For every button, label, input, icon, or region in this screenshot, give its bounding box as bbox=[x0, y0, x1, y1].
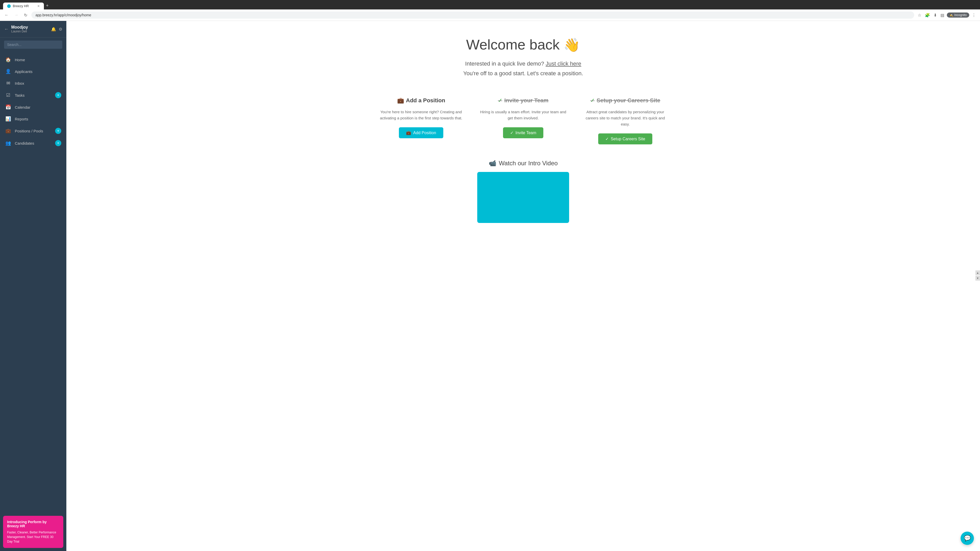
chat-icon: 💬 bbox=[964, 535, 971, 541]
inbox-icon: ✉ bbox=[5, 80, 11, 86]
card-invite-team-desc: Hiring is usually a team effort. Invite … bbox=[480, 109, 566, 121]
sidebar-item-reports[interactable]: 📊 Reports bbox=[0, 113, 66, 125]
sidebar-header: ← Moodjoy Lauren Dell 🔔 ⚙ bbox=[0, 21, 66, 38]
extensions-button[interactable]: 🧩 bbox=[924, 12, 931, 19]
sidebar-header-icons: 🔔 ⚙ bbox=[51, 27, 62, 32]
tasks-icon: ☑ bbox=[5, 92, 11, 98]
tab-close-button[interactable]: ✕ bbox=[37, 4, 40, 8]
video-section: 📹 Watch our Intro Video bbox=[66, 155, 980, 233]
welcome-subtitle: You're off to a good start. Let's create… bbox=[76, 70, 970, 77]
add-position-button[interactable]: 💼 Add Position bbox=[399, 127, 443, 138]
applicants-icon: 👤 bbox=[5, 68, 11, 74]
tasks-add-button[interactable]: + bbox=[55, 92, 61, 98]
card-add-position: 💼 Add a Position You're here to hire som… bbox=[378, 97, 465, 144]
forward-button[interactable]: → bbox=[13, 12, 20, 18]
invite-check-icon: ✓ bbox=[498, 97, 502, 103]
bookmark-button[interactable]: ☆ bbox=[917, 12, 922, 19]
download-button[interactable]: ⬇ bbox=[932, 12, 938, 19]
positions-icon: 💼 bbox=[5, 128, 11, 134]
calendar-icon: 📅 bbox=[5, 104, 11, 110]
video-camera-icon: 📹 bbox=[489, 160, 496, 167]
incognito-label: Incognito bbox=[954, 13, 967, 17]
nav-label-inbox: Inbox bbox=[15, 81, 61, 86]
cards-section: 💼 Add a Position You're here to hire som… bbox=[66, 87, 980, 155]
chat-bubble-button[interactable]: 💬 bbox=[961, 532, 974, 545]
back-button[interactable]: ← bbox=[3, 12, 10, 18]
demo-text: Interested in a quick live demo? Just cl… bbox=[76, 60, 970, 67]
address-bar[interactable] bbox=[32, 11, 914, 19]
briefcase-icon: 💼 bbox=[397, 97, 404, 104]
nav-label-tasks: Tasks bbox=[15, 93, 52, 97]
candidates-icon: 👥 bbox=[5, 140, 11, 146]
user-name: Lauren Dell bbox=[11, 30, 48, 33]
positions-add-button[interactable]: + bbox=[55, 128, 61, 134]
toolbar-icons: ☆ 🧩 ⬇ ▤ 🕵 Incognito ⋮ bbox=[917, 12, 977, 19]
home-icon: 🏠 bbox=[5, 57, 11, 62]
reload-button[interactable]: ↻ bbox=[22, 12, 29, 19]
main-content: Welcome back 👋 Interested in a quick liv… bbox=[66, 21, 980, 551]
card-setup-careers-desc: Attract great candidates by personalizin… bbox=[582, 109, 669, 127]
nav-label-applicants: Applicants bbox=[15, 69, 61, 74]
promo-title: Introducing Perform by Breezy HR bbox=[7, 520, 59, 528]
reports-icon: 📊 bbox=[5, 116, 11, 122]
notification-bell-icon[interactable]: 🔔 bbox=[51, 27, 56, 32]
new-tab-button[interactable]: + bbox=[44, 2, 51, 10]
add-position-btn-label: Add Position bbox=[413, 130, 436, 135]
sidebar: ← Moodjoy Lauren Dell 🔔 ⚙ 🏠 Home 👤 Appli… bbox=[0, 21, 66, 551]
search-input[interactable] bbox=[4, 41, 62, 49]
app-container: ← Moodjoy Lauren Dell 🔔 ⚙ 🏠 Home 👤 Appli… bbox=[0, 21, 980, 551]
card-invite-team-title: ✓ Invite your Team bbox=[480, 97, 566, 104]
sidebar-item-applicants[interactable]: 👤 Applicants bbox=[0, 65, 66, 77]
scroll-controls: ▲ ▼ bbox=[975, 270, 980, 281]
tab-favicon bbox=[7, 4, 11, 8]
incognito-badge: 🕵 Incognito bbox=[947, 13, 969, 17]
invite-btn-icon: ✓ bbox=[510, 130, 514, 135]
promo-description: Faster, Cleaner, Better Performance Mana… bbox=[7, 530, 59, 544]
invite-team-button[interactable]: ✓ Invite Team bbox=[503, 127, 544, 138]
card-setup-careers-title: ✓ Setup your Careers Site bbox=[582, 97, 669, 104]
welcome-section: Welcome back 👋 Interested in a quick liv… bbox=[66, 21, 980, 87]
video-title-text: Watch our Intro Video bbox=[499, 160, 558, 167]
add-position-btn-icon: 💼 bbox=[406, 130, 411, 135]
card-invite-team: ✓ Invite your Team Hiring is usually a t… bbox=[480, 97, 566, 144]
company-name: Moodjoy bbox=[11, 25, 48, 30]
card-setup-careers: ✓ Setup your Careers Site Attract great … bbox=[582, 97, 669, 144]
setup-careers-button[interactable]: ✓ Setup Careers Site bbox=[598, 133, 652, 144]
nav-label-home: Home bbox=[15, 58, 61, 62]
scroll-up-button[interactable]: ▲ bbox=[975, 270, 980, 275]
settings-gear-icon[interactable]: ⚙ bbox=[59, 27, 62, 32]
video-title: 📹 Watch our Intro Video bbox=[76, 160, 970, 167]
browser-tabs: Breezy HR ✕ + bbox=[3, 2, 977, 10]
menu-button[interactable]: ⋮ bbox=[971, 12, 977, 19]
active-tab[interactable]: Breezy HR ✕ bbox=[3, 3, 44, 10]
sidebar-item-inbox[interactable]: ✉ Inbox bbox=[0, 77, 66, 89]
video-player[interactable] bbox=[477, 172, 569, 223]
setup-check-icon: ✓ bbox=[590, 97, 595, 103]
nav-label-positions: Positions / Pools bbox=[15, 129, 52, 133]
browser-toolbar: ← → ↻ ☆ 🧩 ⬇ ▤ 🕵 Incognito ⋮ bbox=[0, 10, 980, 21]
nav-label-reports: Reports bbox=[15, 117, 61, 121]
sidebar-promo-banner[interactable]: Introducing Perform by Breezy HR Faster,… bbox=[3, 516, 63, 548]
candidates-add-button[interactable]: + bbox=[55, 140, 61, 146]
sidebar-item-tasks[interactable]: ☑ Tasks + bbox=[0, 89, 66, 101]
sidebar-item-home[interactable]: 🏠 Home bbox=[0, 54, 66, 65]
nav-label-candidates: Candidates bbox=[15, 141, 52, 145]
sidebar-button[interactable]: ▤ bbox=[939, 12, 945, 19]
sidebar-search bbox=[0, 38, 66, 52]
card-add-position-desc: You're here to hire someone right? Creat… bbox=[378, 109, 465, 121]
company-info: Moodjoy Lauren Dell bbox=[11, 25, 48, 33]
welcome-emoji: 👋 bbox=[563, 38, 580, 52]
card-add-position-title: 💼 Add a Position bbox=[378, 97, 465, 104]
sidebar-item-positions[interactable]: 💼 Positions / Pools + bbox=[0, 125, 66, 137]
sidebar-back-button[interactable]: ← bbox=[4, 27, 9, 32]
demo-link[interactable]: Just click here bbox=[546, 60, 581, 67]
tab-label: Breezy HR bbox=[13, 4, 29, 8]
scroll-down-button[interactable]: ▼ bbox=[975, 276, 980, 281]
sidebar-item-candidates[interactable]: 👥 Candidates + bbox=[0, 137, 66, 149]
sidebar-item-calendar[interactable]: 📅 Calendar bbox=[0, 101, 66, 113]
setup-btn-icon: ✓ bbox=[605, 137, 609, 141]
sidebar-nav: 🏠 Home 👤 Applicants ✉ Inbox ☑ Tasks + 📅 … bbox=[0, 52, 66, 513]
setup-btn-label: Setup Careers Site bbox=[611, 137, 645, 141]
incognito-icon: 🕵 bbox=[950, 13, 953, 17]
nav-label-calendar: Calendar bbox=[15, 105, 61, 110]
